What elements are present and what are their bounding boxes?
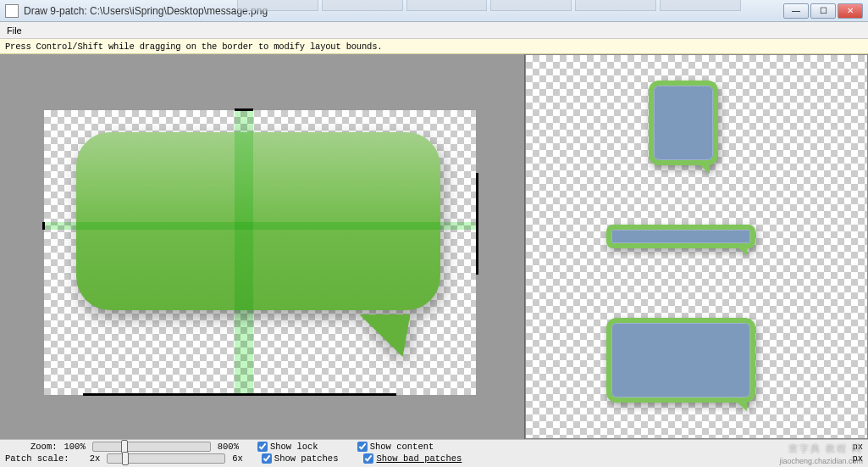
bottom-content-handle[interactable] — [83, 393, 396, 396]
show-bad-patches-input[interactable] — [363, 453, 373, 464]
title-text: Draw 9-patch: C:\Users\iSpring\Desktop\m… — [24, 5, 268, 17]
zoom-max: 800% — [218, 442, 239, 452]
background-tabs — [237, 0, 741, 11]
patch-slider-thumb[interactable] — [122, 452, 129, 465]
show-patches-label: Show patches — [274, 453, 339, 464]
watermark: 查字典 教程 网 — [788, 442, 863, 455]
show-bad-patches-checkbox[interactable]: Show bad patches — [363, 453, 462, 464]
zoom-slider[interactable] — [92, 442, 211, 452]
patch-min: 2x — [90, 453, 101, 464]
preview-vertical — [649, 81, 718, 165]
show-content-label: Show content — [370, 442, 434, 452]
show-lock-input[interactable] — [257, 442, 268, 452]
menubar: File — [0, 22, 868, 39]
preview-both — [606, 318, 755, 403]
info-strip: Press Control/Shift while dragging on th… — [0, 39, 868, 54]
close-button[interactable]: ✕ — [838, 3, 863, 19]
patch-scale-slider[interactable] — [107, 453, 225, 464]
left-patch-handle[interactable] — [42, 222, 45, 230]
patch-max: 6x — [232, 453, 243, 464]
app-icon — [5, 4, 19, 18]
patch-scale-label: Patch scale: — [5, 453, 69, 464]
show-content-input[interactable] — [357, 442, 368, 452]
preview-horizontal — [606, 225, 755, 248]
editor-pane[interactable] — [0, 54, 525, 439]
preview-pane[interactable] — [525, 54, 868, 439]
show-patches-input[interactable] — [262, 453, 272, 464]
show-lock-label: Show lock — [270, 442, 318, 452]
bottom-toolbar: Zoom: 100% 800% Show lock Show content p… — [0, 439, 868, 467]
main-area — [0, 54, 868, 439]
top-patch-handle[interactable] — [235, 108, 253, 111]
maximize-button[interactable]: ☐ — [810, 3, 836, 19]
show-lock-checkbox[interactable]: Show lock — [257, 442, 318, 452]
zoom-label: Zoom: — [30, 442, 58, 452]
show-content-checkbox[interactable]: Show content — [357, 442, 434, 452]
show-patches-checkbox[interactable]: Show patches — [262, 453, 339, 464]
edited-image[interactable] — [76, 132, 440, 353]
right-content-handle[interactable] — [476, 173, 478, 275]
info-text: Press Control/Shift while dragging on th… — [5, 42, 382, 52]
zoom-min: 100% — [64, 442, 86, 452]
menu-file[interactable]: File — [7, 25, 22, 36]
minimize-button[interactable]: — — [783, 3, 809, 19]
sub-watermark: jiaocheng.chazidian.com — [779, 457, 863, 465]
show-bad-patches-label: Show bad patches — [376, 453, 462, 464]
